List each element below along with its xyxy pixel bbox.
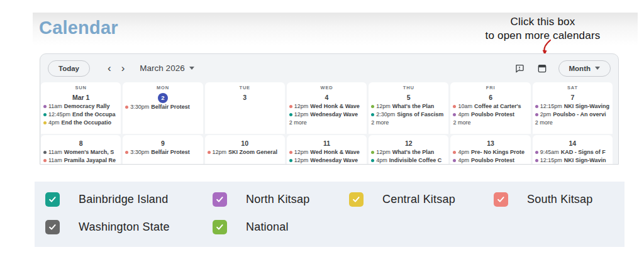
legend-label: North Kitsap [246,193,309,206]
date-number[interactable]: 7 [570,93,574,102]
calendar-event[interactable]: 12pmWednesday Wave [287,111,367,119]
day-header: 11 [287,135,367,148]
calendar-event[interactable]: 12pmWed Honk & Wave [287,102,367,111]
event-time: 12pm [294,156,309,165]
event-time: 12pm [376,102,391,111]
date-number[interactable]: 4 [325,93,329,102]
event-color-dot [371,151,374,154]
date-number[interactable]: 9 [161,139,165,148]
event-title: Poulsbo - An overvi [553,111,606,119]
day-cell[interactable]: FRI610amCoffee at Carter's4pmPoulsbo Pro… [450,82,530,134]
more-events-link[interactable]: 2 more [287,119,367,127]
day-cell[interactable]: 149:45amKAD - Signs of F12:15pmNKI Sign-… [533,135,613,165]
date-number[interactable]: 6 [489,93,492,102]
calendar-event[interactable]: 12:45pmEnd the Occupa [41,111,121,119]
event-color-dot [535,151,538,154]
calendar-event[interactable]: 4pmPre- No Kings Prote [450,148,530,156]
date-number[interactable]: 14 [569,139,577,148]
calendar-event[interactable]: 3:30pmBelfair Protest [123,103,203,111]
calendar-event[interactable]: 12:15pmNKI Sign-Waving [533,102,613,111]
day-cell[interactable]: SUNMar 111amDemocracy Rally12:45pmEnd th… [41,82,121,134]
event-title: What's the Plan [392,148,435,156]
day-cell[interactable]: TUE3 [205,82,285,134]
day-header: 13 [450,135,530,148]
view-selector-label: Month [569,65,591,72]
legend-checkbox-south-kitsap[interactable] [494,192,508,207]
legend-item: Washington State [45,219,213,234]
day-cell[interactable]: THU512pmWhat's the Plan2:30pmSigns of Fa… [369,82,448,134]
calendar-event[interactable]: 12pmWhat's the Plan [369,102,448,111]
calendar-widget: Today ‹ › March 2026 Month SUNMar 111amD… [40,53,619,165]
open-calendars-icon[interactable] [537,63,547,74]
event-title: Women's March, S [64,148,114,156]
calendar-event[interactable]: 4pmPoulsbo Protest [450,111,530,119]
date-number[interactable]: 10 [241,139,248,148]
calendar-event[interactable]: 9:45amKAD - Signs of F [533,148,613,156]
checkmark-icon [215,222,225,232]
weekday-label: TUE [205,84,285,91]
calendar-event[interactable]: 12:15pmNKI Sign-Wavin [533,156,613,165]
today-button[interactable]: Today [48,60,90,77]
event-color-dot [43,113,47,116]
calendar-event[interactable]: 4pmPoulsbo Protest [450,156,530,165]
event-color-dot [43,105,47,108]
date-number[interactable]: 12 [405,139,413,148]
date-number[interactable]: Mar 1 [72,93,89,102]
day-cell[interactable]: WED412pmWed Honk & Wave12pmWednesday Wav… [287,82,367,134]
day-cell[interactable]: SAT712:15pmNKI Sign-Waving2pmPoulsbo - A… [533,82,613,134]
legend-checkbox-central-kitsap[interactable] [349,192,364,207]
day-header: 8 [41,135,121,148]
more-events-link[interactable]: 2 more [450,119,530,127]
calendar-event[interactable]: 12pmWhat's the Plan [369,148,448,156]
calendar-event[interactable]: 12pmWed Honk & Wave [287,148,367,156]
day-cell[interactable]: 1012pmSKI Zoom General [205,135,285,165]
calendar-event[interactable]: 10amCoffee at Carter's [450,102,530,111]
legend-checkbox-north-kitsap[interactable] [213,192,227,207]
date-number[interactable]: 8 [79,139,83,148]
calendar-event[interactable]: 11amPramila Jayapal Re [41,156,121,165]
legend-checkbox-national[interactable] [213,220,227,234]
more-events-link[interactable]: 2 more [369,119,448,127]
event-time: 3:30pm [130,103,149,111]
calendar-event[interactable]: 12pmSKI Zoom General [205,148,285,156]
calendar-event[interactable]: 11amWomen's March, S [41,148,121,156]
day-header: FRI6 [450,82,530,102]
date-number[interactable]: 5 [407,93,411,102]
more-events-link[interactable]: 2 more [533,119,613,127]
day-cell[interactable]: 811amWomen's March, S11amPramila Jayapal… [41,135,121,165]
event-time: 12pm [213,148,227,156]
day-header: SUNMar 1 [41,82,121,102]
chevron-down-icon [595,67,600,70]
calendar-event[interactable]: 3:30pmBelfair Protest [123,148,203,156]
event-title: Pramila Jayapal Re [64,156,116,165]
legend-checkbox-bainbridge-island[interactable] [45,192,60,207]
calendar-event[interactable]: 2:30pmSigns of Fascism [369,111,448,119]
legend-checkbox-washington-state[interactable] [45,220,60,234]
weekday-label: THU [369,84,448,91]
calendar-toolbar: Today ‹ › March 2026 Month [40,54,618,82]
feedback-icon[interactable] [514,63,525,74]
calendar-event[interactable]: 4pmIndivisible Coffee C [369,156,448,165]
day-cell[interactable]: 93:30pmBelfair Protest [123,135,203,165]
view-selector-button[interactable]: Month [558,60,611,77]
day-cell[interactable]: MON23:30pmBelfair Protest [123,82,203,134]
day-header: TUE3 [205,82,285,102]
event-time: 4pm [376,156,387,165]
prev-month-icon[interactable]: ‹ [103,63,116,74]
calendar-event[interactable]: 12pmWednesday Wave [287,156,367,165]
date-number[interactable]: 13 [487,139,494,148]
date-range-dropdown[interactable]: March 2026 [140,63,194,73]
today-date-badge[interactable]: 2 [158,93,168,103]
date-number[interactable]: 11 [323,139,330,148]
day-cell[interactable]: 1212pmWhat's the Plan4pmIndivisible Coff… [369,135,448,165]
day-cell[interactable]: 134pmPre- No Kings Prote4pmPoulsbo Prote… [450,135,530,165]
next-month-icon[interactable]: › [116,63,130,74]
weekday-label: MON [123,84,203,91]
calendar-event[interactable]: 11amDemocracy Rally [41,102,121,111]
date-number[interactable]: 3 [243,93,247,102]
event-color-dot [289,151,292,154]
day-cell[interactable]: 1112pmWed Honk & Wave12pmWednesday Wave [287,135,367,165]
calendar-event[interactable]: 4pmEnd the Occupatio [41,119,121,127]
calendar-event[interactable]: 2pmPoulsbo - An overvi [533,111,613,119]
day-header: 9 [123,135,203,148]
